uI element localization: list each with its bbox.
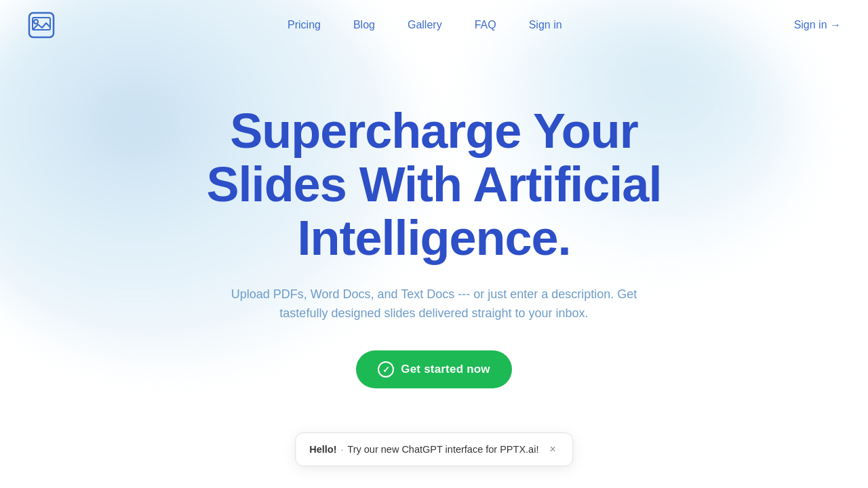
- nav-link-blog[interactable]: Blog: [353, 19, 375, 31]
- nav-link-pricing[interactable]: Pricing: [288, 19, 321, 31]
- hero-title: Supercharge Your Slides With Artificial …: [163, 104, 705, 266]
- hero-section: Supercharge Your Slides With Artificial …: [0, 50, 868, 388]
- toast-notification: Hello! · Try our new ChatGPT interface f…: [295, 432, 573, 466]
- nav-right: Sign in →: [794, 19, 841, 31]
- nav-links: Pricing Blog Gallery FAQ Sign in: [288, 19, 562, 31]
- logo[interactable]: [27, 11, 56, 39]
- hero-cta: Get started now: [356, 350, 511, 388]
- logo-icon: [27, 11, 56, 39]
- cta-label: Get started now: [401, 363, 490, 376]
- navbar: Pricing Blog Gallery FAQ Sign in Sign in…: [0, 0, 868, 50]
- toast-text: Hello! · Try our new ChatGPT interface f…: [309, 444, 538, 455]
- hero-subtitle: Upload PDFs, Word Docs, and Text Docs --…: [210, 285, 658, 324]
- nav-signin-arrow[interactable]: Sign in →: [794, 19, 841, 31]
- toast-close-button[interactable]: ×: [547, 444, 558, 455]
- svg-point-2: [34, 20, 38, 24]
- cta-check-icon: [378, 361, 394, 378]
- toast-message: Try our new ChatGPT interface for PPTX.a…: [347, 444, 538, 455]
- toast-hello: Hello!: [309, 444, 336, 455]
- nav-link-faq[interactable]: FAQ: [475, 19, 496, 31]
- nav-link-gallery[interactable]: Gallery: [408, 19, 442, 31]
- get-started-button[interactable]: Get started now: [356, 350, 511, 388]
- toast-dot: ·: [341, 444, 344, 455]
- nav-link-signin[interactable]: Sign in: [529, 19, 562, 31]
